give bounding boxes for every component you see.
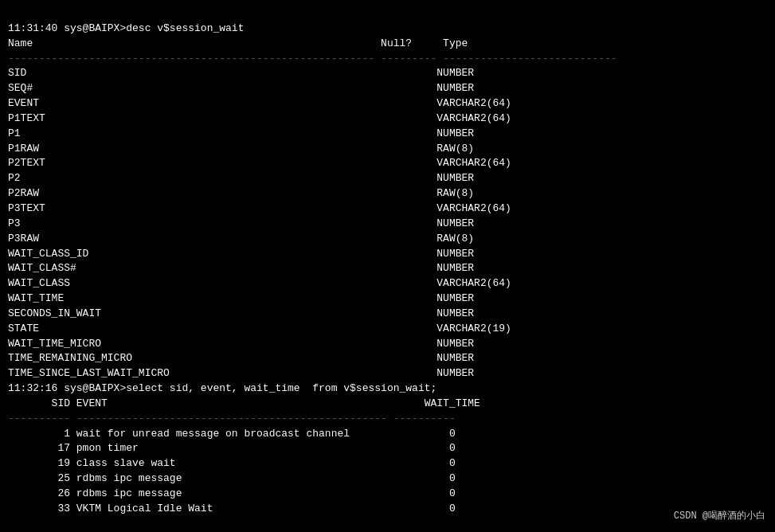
terminal-line: TIME_REMAINING_MICRO NUMBER [8, 351, 767, 366]
terminal-line: ----------------------------------------… [8, 52, 767, 67]
terminal-line: P1TEXT VARCHAR2(64) [8, 111, 767, 127]
terminal-line: 11:32:16 sys@BAIPX>select sid, event, wa… [8, 381, 767, 397]
terminal-line: 33 VKTM Logical Idle Wait 0 [8, 502, 767, 517]
watermark: CSDN @喝醉酒的小白 [674, 509, 765, 522]
terminal-line: 1 wait for unread message on broadcast c… [8, 427, 767, 442]
terminal-line: 11:31:40 sys@BAIPX>desc v$session_wait [8, 22, 767, 37]
terminal-line: P2RAW RAW(8) [8, 186, 767, 201]
terminal-line: P2TEXT VARCHAR2(64) [8, 156, 767, 171]
terminal-line: SID EVENT WAIT_TIME [8, 397, 767, 412]
terminal-line: P3RAW RAW(8) [8, 232, 767, 247]
terminal-line: 17 pmon timer 0 [8, 441, 767, 456]
terminal-line: 25 rdbms ipc message 0 [8, 471, 767, 487]
terminal-line: P1 NUMBER [8, 127, 767, 142]
terminal-line: 19 class slave wait 0 [8, 456, 767, 471]
terminal-line: WAIT_TIME_MICRO NUMBER [8, 337, 767, 352]
terminal-line: P1RAW RAW(8) [8, 142, 767, 157]
terminal-line: P3 NUMBER [8, 217, 767, 232]
terminal-line: P3TEXT VARCHAR2(64) [8, 201, 767, 217]
terminal-window: 11:31:40 sys@BAIPX>desc v$session_waitNa… [8, 6, 767, 526]
terminal-line: Name Null? Type [8, 37, 767, 52]
terminal-line: SID NUMBER [8, 66, 767, 81]
terminal-line: 26 rdbms ipc message 0 [8, 487, 767, 502]
terminal-line: SEQ# NUMBER [8, 81, 767, 96]
terminal-content: 11:31:40 sys@BAIPX>desc v$session_waitNa… [8, 22, 767, 517]
terminal-line: WAIT_CLASS VARCHAR2(64) [8, 276, 767, 291]
terminal-line: WAIT_CLASS# NUMBER [8, 261, 767, 276]
terminal-line: STATE VARCHAR2(19) [8, 322, 767, 337]
terminal-line: P2 NUMBER [8, 171, 767, 186]
terminal-line: ---------- -----------------------------… [8, 412, 767, 427]
terminal-line: WAIT_CLASS_ID NUMBER [8, 247, 767, 262]
terminal-line: SECONDS_IN_WAIT NUMBER [8, 307, 767, 322]
terminal-line: EVENT VARCHAR2(64) [8, 96, 767, 111]
terminal-line: WAIT_TIME NUMBER [8, 291, 767, 307]
terminal-line: TIME_SINCE_LAST_WAIT_MICRO NUMBER [8, 366, 767, 381]
